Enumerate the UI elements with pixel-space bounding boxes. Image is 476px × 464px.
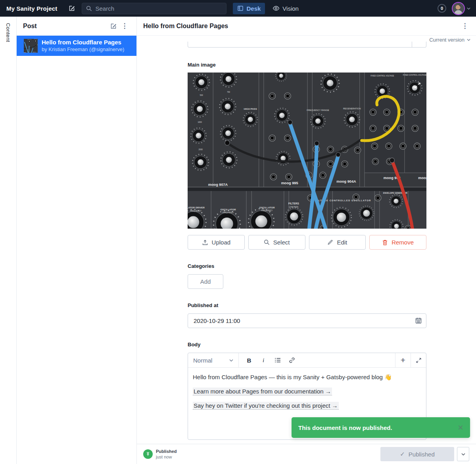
search-icon <box>86 6 92 11</box>
publish-menu-button[interactable] <box>457 447 469 461</box>
publish-status-text: Published just now <box>156 449 177 460</box>
slug-field-partial[interactable] <box>188 42 426 48</box>
slug-field-divider <box>412 42 412 47</box>
list-item-post[interactable]: Hello from Cloudflare Pages by Kristian … <box>17 36 136 56</box>
editor-form: Main image Upload Select <box>188 36 426 440</box>
status-count: 0 <box>441 6 443 11</box>
chevron-down-icon <box>467 7 470 10</box>
editor-document-title: Hello from Cloudflare Pages <box>143 23 459 30</box>
add-category-button[interactable]: Add <box>188 274 223 289</box>
publish-status-time: just now <box>156 454 177 460</box>
upload-button[interactable]: Upload <box>188 235 245 250</box>
image-actions: Upload Select Edit <box>188 235 426 250</box>
version-label: Current version <box>429 37 464 43</box>
document-editor-pane: Hello from Cloudflare Pages ⋮ Current ve… <box>137 17 476 464</box>
link-icon <box>289 357 295 363</box>
format-buttons: B i <box>239 353 299 367</box>
content-tool-strip[interactable]: Content <box>0 17 17 464</box>
edit-button[interactable]: Edit <box>309 235 366 250</box>
published-at-label: Published at <box>188 302 426 308</box>
content-tool-label: Content <box>5 23 11 464</box>
tab-vision[interactable]: Vision <box>268 3 303 14</box>
main-image-photo <box>188 73 426 229</box>
body-paragraph: Learn more about Pages from our document… <box>193 387 421 395</box>
paragraph-style-value: Normal <box>193 357 212 364</box>
remove-button[interactable]: Remove <box>369 235 426 250</box>
bullet-list-button[interactable] <box>271 353 285 367</box>
published-at-input[interactable] <box>188 313 426 328</box>
toolbar-spacer <box>299 353 395 367</box>
check-icon: ✓ <box>400 451 405 458</box>
body-paragraph[interactable]: Hello from Cloudflare Pages — this is my… <box>193 373 421 381</box>
select-button[interactable]: Select <box>248 235 305 250</box>
calendar-icon[interactable] <box>415 317 422 324</box>
publish-status-title: Published <box>156 449 177 454</box>
search-input[interactable] <box>82 3 226 14</box>
chevron-down-icon <box>467 38 470 41</box>
eye-icon <box>273 5 280 12</box>
tab-desk-label: Desk <box>246 5 261 12</box>
status-count-badge[interactable]: 0 <box>438 4 446 13</box>
compose-icon <box>68 5 75 12</box>
version-selector[interactable]: Current version <box>429 37 470 43</box>
search-icon <box>264 239 270 245</box>
publish-button[interactable]: ✓ Published <box>380 447 454 461</box>
image-fullscreen-icon[interactable] <box>414 82 421 89</box>
document-list-header: Post ⋮ <box>17 17 136 36</box>
project-title: My Sanity Project <box>6 5 57 12</box>
body-paragraph: Say hey on Twitter if you're checking ou… <box>193 401 421 410</box>
pencil-icon <box>327 239 333 245</box>
overflow-menu-icon: ⋮ <box>121 23 128 29</box>
add-category-label: Add <box>200 278 211 285</box>
body-content[interactable]: Hello from Cloudflare Pages — this is my… <box>188 368 426 421</box>
toast-message: This document is now published. <box>298 424 392 431</box>
italic-button[interactable]: i <box>256 353 271 367</box>
body-link[interactable]: Learn more about Pages from our document… <box>193 388 332 395</box>
document-list-menu-button[interactable]: ⋮ <box>119 21 130 32</box>
insert-block-button[interactable]: + <box>395 353 411 367</box>
workspace: Content Post ⋮ Hello from Cloudflare Pag… <box>0 17 476 464</box>
user-avatar[interactable] <box>452 2 465 15</box>
editor-header: Hello from Cloudflare Pages ⋮ <box>137 17 476 36</box>
post-item-text: Hello from Cloudflare Pages by Kristian … <box>42 39 124 53</box>
published-at-field <box>188 313 426 328</box>
document-menu-button[interactable]: ⋮ <box>459 21 470 32</box>
upload-icon <box>202 239 208 246</box>
create-new-post-button[interactable] <box>108 21 119 32</box>
publish-button-label: Published <box>409 451 435 458</box>
body-toolbar: Normal B i <box>188 353 426 368</box>
new-document-button[interactable] <box>66 2 78 14</box>
post-item-subtitle: by Kristian Freeman (@signalnerve) <box>42 46 124 53</box>
post-item-title: Hello from Cloudflare Pages <box>42 39 124 46</box>
link-button[interactable] <box>285 353 299 367</box>
tab-vision-label: Vision <box>282 5 299 12</box>
main-image-preview[interactable] <box>188 73 426 229</box>
bullet-list-icon <box>274 357 281 363</box>
chevron-down-icon <box>461 453 465 456</box>
user-menu-chevron[interactable] <box>467 7 470 10</box>
desk-icon <box>237 5 244 11</box>
published-status-icon <box>143 449 153 459</box>
body-label: Body <box>188 342 426 348</box>
chevron-down-icon <box>229 359 233 362</box>
document-list-title: Post <box>23 23 108 30</box>
trash-icon <box>382 239 388 246</box>
bold-button[interactable]: B <box>242 353 256 367</box>
document-footer: Published just now ✓ Published <box>137 444 476 464</box>
paragraph-style-select[interactable]: Normal <box>188 353 239 367</box>
tab-desk[interactable]: Desk <box>233 3 265 14</box>
remove-button-label: Remove <box>392 239 414 246</box>
top-navbar: My Sanity Project Desk Vision 0 <box>0 0 476 17</box>
edit-button-label: Edit <box>337 239 347 246</box>
expand-icon <box>416 357 422 363</box>
toast-close-icon[interactable]: × <box>458 423 463 432</box>
expand-editor-button[interactable] <box>411 353 426 367</box>
overflow-menu-icon: ⋮ <box>462 23 468 29</box>
avatar-photo <box>453 3 464 14</box>
document-list-pane: Post ⋮ Hello from Cloudflare Pages by Kr… <box>17 17 137 464</box>
publish-success-toast: This document is now published. × <box>292 417 470 438</box>
search-field[interactable] <box>95 5 222 12</box>
main-image-label: Main image <box>188 62 426 68</box>
categories-label: Categories <box>188 263 426 269</box>
body-link[interactable]: Say hey on Twitter if you're checking ou… <box>193 402 339 410</box>
